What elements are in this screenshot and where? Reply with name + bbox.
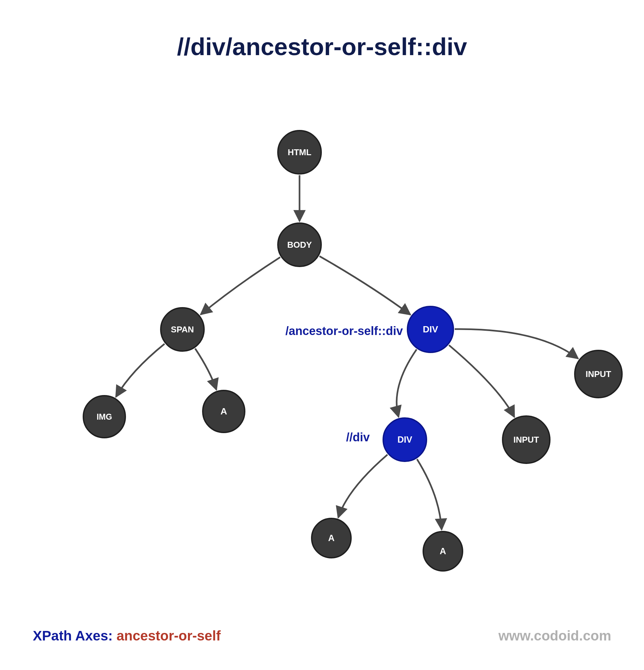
node-span: SPAN xyxy=(160,307,205,352)
edge-div2-a2 xyxy=(338,455,387,518)
watermark: www.codoid.com xyxy=(498,628,611,644)
annotation-div-selector: //div xyxy=(346,430,370,444)
edge-div1-div2 xyxy=(397,349,417,417)
node-body: BODY xyxy=(277,223,322,267)
edge-div1-input1 xyxy=(455,329,578,359)
footer-value: ancestor-or-self xyxy=(117,628,220,643)
edge-body-div1 xyxy=(320,256,411,314)
edge-div2-a3 xyxy=(417,459,442,530)
node-html: HTML xyxy=(277,130,322,175)
node-div2: DIV xyxy=(383,417,427,462)
diagram-title: //div/ancestor-or-self::div xyxy=(0,33,644,61)
edge-body-span xyxy=(201,257,280,314)
footer-label: XPath Axes: ancestor-or-self xyxy=(33,628,221,644)
annotation-ancestor-or-self: /ancestor-or-self::div xyxy=(285,324,403,338)
edge-div1-input2 xyxy=(449,345,514,417)
footer-key: XPath Axes: xyxy=(33,628,117,643)
edge-span-img xyxy=(116,344,164,397)
node-input2: INPUT xyxy=(502,415,550,464)
node-input1: INPUT xyxy=(574,350,623,398)
node-img: IMG xyxy=(83,395,126,438)
node-a2: A xyxy=(311,518,352,559)
edge-span-a1 xyxy=(195,348,216,389)
node-a1: A xyxy=(202,390,245,433)
node-a3: A xyxy=(422,531,463,572)
node-div1: DIV xyxy=(407,306,454,353)
